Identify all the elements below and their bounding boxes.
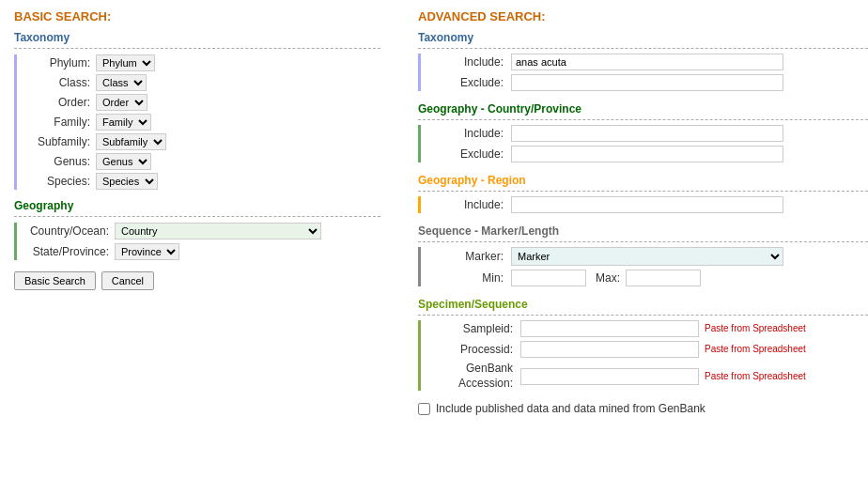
adv-taxonomy-label: Taxonomy — [418, 31, 868, 44]
adv-sequence-divider — [418, 241, 868, 242]
adv-taxonomy-exclude-row: Exclude: — [428, 74, 868, 91]
adv-sequence-inner: Marker: Marker Min: Max: — [418, 247, 868, 286]
min-input[interactable] — [511, 270, 586, 286]
order-row: Order: Order — [24, 94, 380, 111]
right-panel: ADVANCED SEARCH: Taxonomy Include: Exclu… — [418, 9, 868, 415]
paste-processid-link[interactable]: Paste from Spreadsheet — [705, 344, 806, 355]
genbank-input[interactable] — [520, 368, 699, 385]
basic-geography-section: Country/Ocean: Country State/Province: P… — [14, 223, 380, 260]
minmax-row: Min: Max: — [428, 270, 868, 286]
adv-geo-country-exclude-label: Exclude: — [428, 147, 504, 161]
basic-search-button[interactable]: Basic Search — [14, 271, 96, 290]
adv-geo-region-label: Geography - Region — [418, 174, 868, 187]
adv-taxonomy-section-wrapper: Taxonomy Include: Exclude: — [418, 31, 868, 91]
advanced-search-title: ADVANCED SEARCH: — [418, 9, 868, 23]
processid-input[interactable] — [520, 341, 699, 358]
genus-label: Genus: — [24, 155, 90, 168]
adv-taxonomy-include-label: Include: — [428, 55, 504, 69]
adv-geo-region-divider — [418, 191, 868, 192]
marker-select[interactable]: Marker — [511, 247, 783, 266]
min-label: Min: — [428, 271, 504, 285]
adv-geo-country-wrapper: Geography - Country/Province Include: Ex… — [418, 102, 868, 162]
adv-geo-country-include-label: Include: — [428, 127, 504, 140]
sampleid-row: Sampleid: Paste from Spreadsheet — [428, 320, 868, 337]
family-label: Family: — [24, 116, 90, 129]
max-label: Max: — [596, 271, 620, 285]
adv-specimen-wrapper: Specimen/Sequence Sampleid: Paste from S… — [418, 298, 868, 391]
order-select[interactable]: Order — [96, 94, 147, 111]
processid-label: Processid: — [428, 343, 513, 356]
species-select[interactable]: Species — [96, 173, 158, 190]
adv-taxonomy-include-input[interactable] — [511, 54, 783, 70]
order-label: Order: — [24, 96, 90, 109]
include-genbank-row: Include published data and data mined fr… — [418, 402, 868, 415]
main-container: BASIC SEARCH: Taxonomy Phylum: Phylum Cl… — [14, 9, 868, 415]
taxonomy-divider — [14, 48, 380, 49]
class-label: Class: — [24, 76, 90, 89]
adv-geo-country-exclude-row: Exclude: — [428, 146, 868, 162]
adv-geo-country-exclude-input[interactable] — [511, 146, 783, 162]
adv-geo-region-include-row: Include: — [428, 196, 868, 213]
adv-taxonomy-inner: Include: Exclude: — [418, 54, 868, 91]
species-label: Species: — [24, 175, 90, 188]
marker-label: Marker: — [428, 250, 504, 263]
subfamily-label: Subfamily: — [24, 135, 90, 148]
phylum-label: Phylum: — [24, 56, 90, 69]
genus-select[interactable]: Genus — [96, 153, 151, 170]
country-row: Country/Ocean: Country — [24, 223, 380, 239]
subfamily-select[interactable]: Subfamily — [96, 133, 166, 150]
country-label: Country/Ocean: — [24, 224, 109, 238]
basic-search-title: BASIC SEARCH: — [14, 9, 380, 23]
adv-specimen-divider — [418, 315, 868, 316]
class-row: Class: Class — [24, 74, 380, 91]
adv-geo-region-inner: Include: — [418, 196, 868, 213]
adv-geo-country-include-row: Include: — [428, 125, 868, 142]
max-input[interactable] — [626, 270, 701, 286]
basic-taxonomy-label: Taxonomy — [14, 31, 380, 44]
adv-sequence-label: Sequence - Marker/Length — [418, 224, 868, 238]
adv-geo-country-label: Geography - Country/Province — [418, 102, 868, 116]
adv-geo-region-include-input[interactable] — [511, 196, 783, 213]
adv-geo-country-include-input[interactable] — [511, 125, 783, 142]
adv-taxonomy-exclude-input[interactable] — [511, 74, 783, 91]
marker-row: Marker: Marker — [428, 247, 868, 266]
paste-genbank-link[interactable]: Paste from Spreadsheet — [705, 371, 806, 382]
geography-divider — [14, 216, 380, 217]
basic-taxonomy-section: Phylum: Phylum Class: Class Order: Order — [14, 54, 380, 190]
state-select[interactable]: Province — [115, 243, 179, 260]
adv-specimen-label: Specimen/Sequence — [418, 298, 868, 311]
adv-geo-region-include-label: Include: — [428, 198, 504, 211]
include-genbank-label: Include published data and data mined fr… — [436, 402, 705, 415]
basic-geography-label: Geography — [14, 199, 380, 212]
phylum-row: Phylum: Phylum — [24, 54, 380, 71]
family-row: Family: Family — [24, 114, 380, 131]
cancel-button[interactable]: Cancel — [101, 271, 154, 290]
genbank-row: GenBankAccession: Paste from Spreadsheet — [428, 362, 868, 391]
left-panel: BASIC SEARCH: Taxonomy Phylum: Phylum Cl… — [14, 9, 380, 415]
state-row: State/Province: Province — [24, 243, 380, 260]
include-genbank-checkbox[interactable] — [418, 403, 430, 415]
adv-geo-country-inner: Include: Exclude: — [418, 125, 868, 162]
subfamily-row: Subfamily: Subfamily — [24, 133, 380, 150]
paste-sampleid-link[interactable]: Paste from Spreadsheet — [705, 323, 806, 334]
adv-geo-region-wrapper: Geography - Region Include: — [418, 174, 868, 213]
class-select[interactable]: Class — [96, 74, 147, 91]
species-row: Species: Species — [24, 173, 380, 190]
state-label: State/Province: — [24, 245, 109, 258]
button-row: Basic Search Cancel — [14, 271, 380, 290]
adv-taxonomy-include-row: Include: — [428, 54, 868, 70]
genbank-label: GenBankAccession: — [428, 362, 513, 391]
genus-row: Genus: Genus — [24, 153, 380, 170]
family-select[interactable]: Family — [96, 114, 151, 131]
processid-row: Processid: Paste from Spreadsheet — [428, 341, 868, 358]
adv-taxonomy-exclude-label: Exclude: — [428, 76, 504, 89]
adv-geo-country-divider — [418, 119, 868, 120]
sampleid-label: Sampleid: — [428, 322, 513, 335]
adv-specimen-inner: Sampleid: Paste from Spreadsheet Process… — [418, 320, 868, 391]
adv-taxonomy-divider — [418, 48, 868, 49]
adv-sequence-wrapper: Sequence - Marker/Length Marker: Marker … — [418, 224, 868, 286]
sampleid-input[interactable] — [520, 320, 699, 337]
phylum-select[interactable]: Phylum — [96, 54, 155, 71]
country-select[interactable]: Country — [115, 223, 321, 239]
